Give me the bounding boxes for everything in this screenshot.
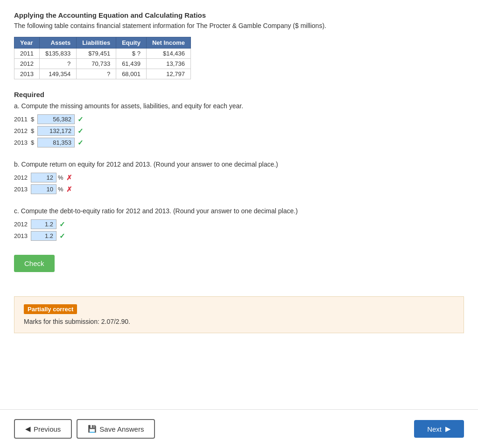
section-b: b. Compute return on equity for 2012 and… <box>14 161 464 194</box>
section-a-label: a. Compute the missing amounts for asset… <box>14 102 464 110</box>
dollar-2013-a: $ <box>31 139 35 146</box>
year-2012-b: 2012 <box>14 174 31 181</box>
page-wrapper: Applying the Accounting Equation and Cal… <box>0 0 478 448</box>
answer-row-2013-a: 2013 $ ✓ <box>14 138 464 147</box>
check-icon-2011-a: ✓ <box>77 115 84 124</box>
answer-row-2011-a: 2011 $ ✓ <box>14 114 464 124</box>
save-label: Save Answers <box>99 425 144 433</box>
table-row: 2011 $135,833 $79,451 $ ? $14,436 <box>14 49 191 59</box>
result-banner: Partially correct Marks for this submiss… <box>14 296 464 333</box>
input-2012-c[interactable] <box>31 219 56 229</box>
year-2011-a: 2011 <box>14 116 31 123</box>
section-b-answers: 2012 % ✗ 2013 % ✗ <box>14 173 464 194</box>
section-a-answers: 2011 $ ✓ 2012 $ ✓ 2013 $ ✓ <box>14 114 464 147</box>
partially-correct-badge: Partially correct <box>24 304 77 314</box>
answer-row-2012-a: 2012 $ ✓ <box>14 126 464 136</box>
col-netincome: Net Income <box>146 37 190 49</box>
pct-2013-b: % <box>58 186 63 193</box>
financial-table: Year Assets Liabilities Equity Net Incom… <box>14 37 191 79</box>
input-2013-b[interactable] <box>31 184 56 194</box>
input-2012-b[interactable] <box>31 173 56 182</box>
answer-row-2013-c: 2013 ✓ <box>14 231 464 241</box>
year-2012-c: 2012 <box>14 221 31 228</box>
nav-left: ◀ Previous 💾 Save Answers <box>14 419 155 439</box>
col-assets: Assets <box>39 37 76 49</box>
next-button[interactable]: Next ▶ <box>414 420 464 438</box>
previous-button[interactable]: ◀ Previous <box>14 419 72 439</box>
section-c-answers: 2012 ✓ 2013 ✓ <box>14 219 464 241</box>
check-icon-2013-a: ✓ <box>77 139 84 147</box>
marks-text: Marks for this submission: 2.07/2.90. <box>24 318 454 325</box>
section-c-label: c. Compute the debt-to-equity ratio for … <box>14 207 464 215</box>
answer-row-2012-c: 2012 ✓ <box>14 219 464 229</box>
year-2013-a: 2013 <box>14 139 31 146</box>
answer-row-2013-b: 2013 % ✗ <box>14 184 464 194</box>
answer-row-2012-b: 2012 % ✗ <box>14 173 464 182</box>
previous-label: Previous <box>34 425 61 433</box>
nav-bar: ◀ Previous 💾 Save Answers Next ▶ <box>0 409 478 448</box>
table-row: 2012 ? 70,733 61,439 13,736 <box>14 59 191 69</box>
required-label: Required <box>14 91 464 98</box>
save-icon: 💾 <box>88 425 97 433</box>
input-2013-c[interactable] <box>31 231 56 241</box>
cross-icon-2012-b: ✗ <box>66 174 72 182</box>
dollar-2011-a: $ <box>31 116 35 123</box>
save-answers-button[interactable]: 💾 Save Answers <box>77 419 155 439</box>
year-2013-b: 2013 <box>14 186 31 193</box>
section-b-label: b. Compute return on equity for 2012 and… <box>14 161 464 168</box>
section-c: c. Compute the debt-to-equity ratio for … <box>14 207 464 283</box>
content-area: Applying the Accounting Equation and Cal… <box>0 0 478 409</box>
col-equity: Equity <box>116 37 147 49</box>
year-2013-c: 2013 <box>14 232 31 239</box>
input-2011-a[interactable] <box>37 114 75 124</box>
year-2012-a: 2012 <box>14 127 31 134</box>
check-button[interactable]: Check <box>14 255 55 272</box>
input-2013-a[interactable] <box>37 138 75 147</box>
check-icon-2012-a: ✓ <box>77 127 84 135</box>
input-2012-a[interactable] <box>37 126 75 136</box>
dollar-2012-a: $ <box>31 127 35 134</box>
next-arrow-icon: ▶ <box>445 425 451 433</box>
col-year: Year <box>14 37 40 49</box>
col-liabilities: Liabilities <box>77 37 116 49</box>
next-label: Next <box>427 425 442 433</box>
pct-2012-b: % <box>58 174 63 181</box>
cross-icon-2013-b: ✗ <box>66 185 72 194</box>
prev-arrow-icon: ◀ <box>25 425 31 433</box>
table-row: 2013 149,354 ? 68,001 12,797 <box>14 69 191 79</box>
page-subtitle: The following table contains financial s… <box>14 22 464 29</box>
section-a: a. Compute the missing amounts for asset… <box>14 102 464 147</box>
page-title: Applying the Accounting Equation and Cal… <box>14 11 464 19</box>
check-icon-2013-c: ✓ <box>59 232 65 240</box>
check-icon-2012-c: ✓ <box>59 220 65 229</box>
